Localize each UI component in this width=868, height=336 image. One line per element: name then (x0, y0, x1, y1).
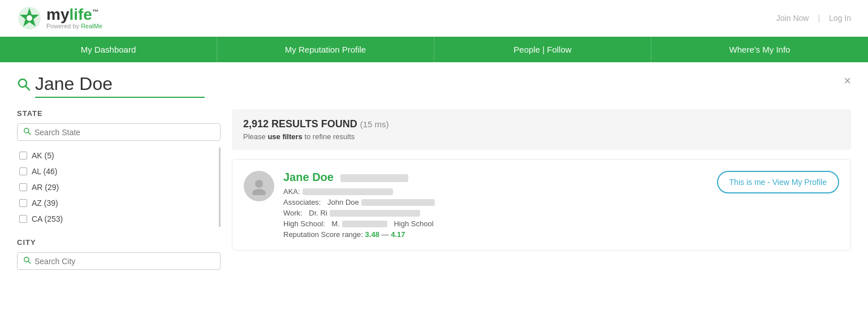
nav-item-dashboard[interactable]: My Dashboard (0, 37, 217, 62)
close-button[interactable]: × (844, 74, 851, 88)
search-main-icon (17, 77, 31, 94)
state-checkbox[interactable] (19, 199, 27, 207)
this-is-me-button[interactable]: This is me - View My Profile (717, 171, 839, 193)
logo-text: mylife™ Powered by RealMe (46, 7, 102, 29)
school-value: M. (331, 219, 339, 228)
svg-point-10 (252, 189, 266, 195)
avatar (244, 171, 274, 201)
city-search-box (17, 252, 221, 270)
school-blur (342, 221, 387, 227)
state-filter-item[interactable]: AK (5) (17, 148, 217, 163)
nav-item-whereinfo[interactable]: Where's My Info (651, 37, 868, 62)
results-count: 2,912 RESULTS FOUND (15 ms) (243, 118, 840, 130)
associates-value: John Doe (327, 198, 359, 206)
subtitle-filter: use filters (267, 132, 302, 141)
state-filter-list: AK (5) AL (46) AR (29) AZ (39) CA (253) (17, 148, 221, 227)
state-label: AL (46) (32, 167, 57, 176)
realme-link[interactable]: RealMe (81, 23, 102, 29)
main-content: STATE AK (5) AL (46) AR (29) AZ (39) (0, 98, 868, 288)
score-label: Reputation Score range: (283, 230, 363, 239)
state-filter-item[interactable]: AR (29) (17, 179, 217, 195)
state-checkbox[interactable] (19, 183, 27, 191)
header-auth: Join Now | Log In (776, 14, 851, 23)
header: mylife™ Powered by RealMe Join Now | Log… (0, 0, 868, 37)
results-label: RESULTS FOUND (271, 118, 357, 130)
subtitle-suffix: to refine results (303, 132, 355, 141)
city-search-icon (23, 256, 31, 266)
auth-divider: | (818, 14, 820, 23)
logo-star-icon (17, 6, 42, 31)
school-suffix: High School (394, 219, 433, 228)
state-checkbox[interactable] (19, 152, 27, 160)
logo-powered: Powered by RealMe (46, 23, 102, 29)
result-info: Jane Doe AKA: Associates: John Doe Work:… (283, 171, 708, 239)
right-panel: 2,912 RESULTS FOUND (15 ms) Please use f… (232, 109, 851, 277)
name-blur (340, 174, 408, 182)
state-label: AZ (39) (32, 199, 58, 208)
city-filter-title: CITY (17, 238, 221, 247)
svg-point-9 (255, 180, 263, 188)
associates-blur (361, 199, 435, 206)
state-label: CA (253) (32, 214, 63, 223)
state-filter-item[interactable]: CA (253) (17, 211, 217, 227)
nav-item-follow[interactable]: People | Follow (434, 37, 651, 62)
result-work: Work: Dr. Ri (283, 209, 708, 217)
score-min: 3.48 (365, 230, 379, 239)
score-dash: — (382, 230, 389, 239)
join-now-link[interactable]: Join Now (776, 14, 809, 23)
results-subtitle: Please use filters to refine results (243, 132, 840, 141)
state-label: AR (29) (32, 183, 59, 192)
result-card: Jane Doe AKA: Associates: John Doe Work:… (232, 159, 851, 251)
left-panel: STATE AK (5) AL (46) AR (29) AZ (39) (17, 109, 221, 277)
city-search-input[interactable] (34, 257, 214, 266)
state-search-icon (23, 127, 31, 137)
logo: mylife™ Powered by RealMe (17, 6, 102, 31)
state-search-box (17, 123, 221, 141)
results-header: 2,912 RESULTS FOUND (15 ms) Please use f… (232, 109, 851, 150)
state-checkbox[interactable] (19, 167, 27, 175)
work-value: Dr. Ri (309, 209, 327, 217)
aka-label: AKA: (283, 187, 300, 196)
work-blur (330, 210, 420, 217)
result-name: Jane Doe (283, 171, 708, 184)
city-filter: CITY (17, 238, 221, 270)
aka-blur (303, 188, 393, 195)
result-aka: AKA: (283, 187, 708, 196)
result-school: High School: M. High School (283, 219, 708, 228)
search-area: × (0, 62, 868, 98)
result-score: Reputation Score range: 3.48 — 4.17 (283, 230, 708, 239)
state-filter: STATE AK (5) AL (46) AR (29) AZ (39) (17, 109, 221, 227)
score-max: 4.17 (391, 230, 405, 239)
state-checkbox[interactable] (19, 215, 27, 223)
nav-bar: My Dashboard My Reputation Profile Peopl… (0, 37, 868, 62)
state-search-input[interactable] (34, 128, 214, 137)
associates-label: Associates: (283, 198, 321, 206)
result-actions: This is me - View My Profile (717, 171, 839, 193)
log-in-link[interactable]: Log In (829, 14, 851, 23)
result-name-text: Jane Doe (283, 171, 334, 183)
results-number: 2,912 (243, 118, 269, 130)
state-filter-item[interactable]: AL (46) (17, 163, 217, 179)
logo-name: mylife™ (46, 7, 102, 23)
state-filter-item[interactable]: AZ (39) (17, 195, 217, 211)
svg-line-4 (26, 86, 30, 90)
nav-item-reputation[interactable]: My Reputation Profile (217, 37, 434, 62)
search-input[interactable] (35, 74, 205, 98)
result-associates: Associates: John Doe (283, 198, 708, 206)
svg-point-2 (27, 15, 32, 21)
subtitle-prefix: Please (243, 132, 267, 141)
results-ms: (15 ms) (360, 119, 389, 129)
school-label: High School: (283, 219, 325, 228)
state-label: AK (5) (32, 151, 54, 160)
state-filter-title: STATE (17, 109, 221, 118)
svg-line-6 (28, 132, 31, 135)
work-label: Work: (283, 209, 303, 217)
svg-line-8 (28, 261, 31, 264)
